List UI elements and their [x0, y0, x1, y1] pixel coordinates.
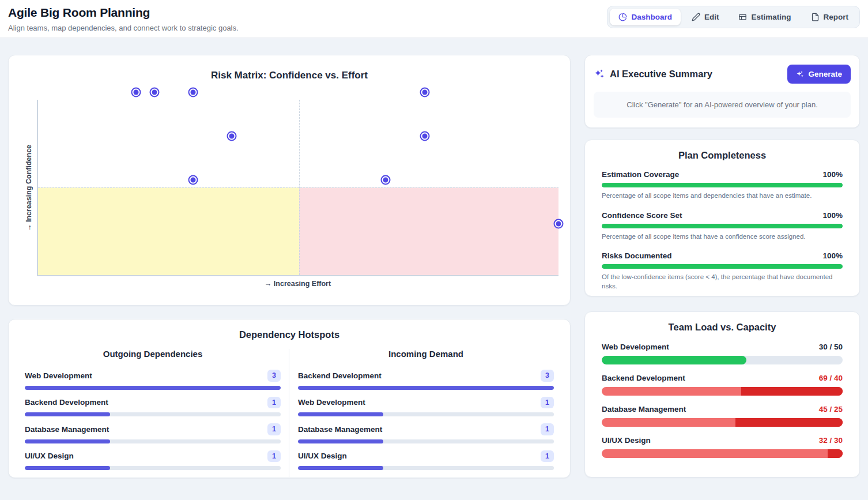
- sparkles-icon: [796, 70, 804, 78]
- dependency-count-badge: 1: [267, 397, 281, 409]
- outgoing-dependencies-title: Outgoing Dependencies: [25, 349, 281, 359]
- tab-report[interactable]: Report: [802, 9, 858, 25]
- dependency-bar-track: [298, 466, 554, 470]
- team-bar-track: [602, 449, 843, 458]
- dependency-row: Backend Development 1: [25, 397, 281, 417]
- sparkles-icon: [594, 69, 605, 80]
- risk-point[interactable]: [188, 88, 198, 97]
- team-load-value: 30 / 50: [819, 343, 843, 351]
- tab-label: Dashboard: [631, 13, 672, 21]
- dependency-columns: Outgoing Dependencies Web Development 3 …: [25, 349, 554, 477]
- tab-estimating[interactable]: Estimating: [730, 9, 799, 25]
- risk-point[interactable]: [188, 175, 198, 185]
- team-over-capacity-segment: [828, 449, 843, 458]
- risk-matrix-plot: [37, 100, 558, 276]
- pie-chart-icon: [618, 13, 627, 21]
- effort-threshold-line: [299, 100, 300, 275]
- metric-description: Of the low-confidence items (score < 4),…: [602, 273, 843, 291]
- team-load-row: Database Management 45 / 25: [602, 405, 843, 427]
- tab-label: Report: [824, 13, 849, 21]
- metric-label: Estimation Coverage: [602, 170, 679, 179]
- risk-point[interactable]: [420, 131, 429, 141]
- quadrant-low-effort-low-confidence: [38, 187, 299, 275]
- dependency-count-badge: 1: [541, 450, 554, 463]
- metric-bar-fill: [602, 264, 843, 269]
- dependency-row: Backend Development 3: [298, 370, 554, 390]
- left-column: Risk Matrix: Confidence vs. Effort → Inc…: [8, 55, 571, 478]
- metric-description: Percentage of all scope items that have …: [602, 232, 843, 242]
- dependency-bar-fill: [298, 466, 383, 470]
- page-header: Agile Big Room Planning Align teams, map…: [0, 0, 868, 38]
- x-axis-label: → Increasing Effort: [37, 280, 558, 288]
- dependency-bar-fill: [298, 412, 383, 416]
- team-label: Web Development: [298, 398, 365, 407]
- dependency-count-badge: 3: [541, 370, 554, 382]
- quadrant-high-effort-low-confidence: [299, 187, 558, 275]
- dependency-bar-fill: [298, 386, 554, 390]
- dependency-bar-track: [298, 386, 554, 390]
- completeness-metric: Estimation Coverage 100% Percentage of a…: [602, 170, 843, 201]
- team-label: Web Development: [602, 343, 669, 351]
- team-over-capacity-segment: [741, 387, 843, 396]
- incoming-demand-column: Incoming Demand Backend Development 3 We…: [289, 349, 554, 477]
- team-bar-track: [602, 356, 843, 364]
- team-label: UI/UX Design: [25, 452, 74, 460]
- dependency-row: UI/UX Design 1: [25, 450, 281, 471]
- dependency-bar-fill: [25, 466, 110, 470]
- team-load-value: 45 / 25: [819, 405, 843, 413]
- completeness-metric: Risks Documented 100% Of the low-confide…: [602, 251, 843, 291]
- team-over-capacity-segment: [735, 418, 843, 427]
- team-bar-track: [602, 387, 843, 396]
- tab-label: Estimating: [751, 13, 791, 21]
- generate-button[interactable]: Generate: [787, 65, 851, 84]
- team-label: UI/UX Design: [298, 452, 347, 460]
- metric-description: Percentage of all scope items and depend…: [602, 191, 843, 201]
- table-icon: [738, 13, 747, 21]
- tab-dashboard[interactable]: Dashboard: [610, 9, 681, 25]
- team-load-list: Web Development 30 / 50 Backend Developm…: [602, 343, 843, 458]
- risk-point[interactable]: [420, 88, 429, 97]
- team-label: Backend Development: [25, 398, 108, 407]
- risk-point[interactable]: [150, 88, 160, 97]
- risk-point[interactable]: [227, 131, 236, 141]
- risk-point[interactable]: [554, 219, 564, 228]
- metric-bar-track: [602, 224, 843, 228]
- completeness-metric: Confidence Score Set 100% Percentage of …: [602, 211, 843, 242]
- outgoing-list: Web Development 3 Backend Development 1 …: [25, 370, 281, 470]
- metric-value: 100%: [822, 170, 843, 179]
- team-label: Database Management: [602, 405, 686, 413]
- plan-metrics-list: Estimation Coverage 100% Percentage of a…: [602, 170, 843, 291]
- metric-value: 100%: [822, 251, 843, 260]
- team-load-row: Backend Development 69 / 40: [602, 374, 843, 396]
- team-load-card: Team Load vs. Capacity Web Development 3…: [584, 311, 860, 478]
- confidence-threshold-line: [38, 187, 558, 188]
- risk-point[interactable]: [381, 175, 391, 185]
- dependency-count-badge: 1: [541, 397, 554, 409]
- team-load-value: 32 / 30: [819, 436, 843, 445]
- risk-point[interactable]: [131, 88, 141, 97]
- dependency-count-badge: 1: [267, 450, 281, 463]
- team-label: Database Management: [25, 425, 109, 434]
- team-label: Backend Development: [298, 371, 382, 380]
- dependency-bar-track: [298, 439, 554, 443]
- dependency-hotspots-card: Dependency Hotspots Outgoing Dependencie…: [8, 319, 571, 478]
- dashboard-main: Risk Matrix: Confidence vs. Effort → Inc…: [0, 38, 868, 495]
- dependency-row: UI/UX Design 1: [298, 450, 554, 471]
- view-tabs: Dashboard Edit Estimating Report: [607, 6, 860, 28]
- dependency-bar-track: [25, 466, 281, 470]
- outgoing-dependencies-column: Outgoing Dependencies Web Development 3 …: [25, 349, 289, 477]
- dependency-bar-fill: [25, 386, 281, 390]
- metric-bar-fill: [602, 224, 843, 228]
- tab-edit[interactable]: Edit: [683, 9, 728, 25]
- plan-completeness-title: Plan Completeness: [602, 150, 843, 161]
- dependency-count-badge: 1: [267, 423, 281, 435]
- dependency-count-badge: 3: [267, 370, 281, 382]
- metric-bar-fill: [602, 183, 843, 187]
- ai-summary-card: AI Executive Summary Generate Click "Gen…: [584, 55, 860, 128]
- team-label: Database Management: [298, 425, 382, 434]
- dependency-bar-fill: [25, 412, 110, 416]
- metric-bar-track: [602, 264, 843, 269]
- page-subtitle: Align teams, map dependencies, and conne…: [8, 24, 239, 32]
- team-load-value: 69 / 40: [819, 374, 843, 382]
- ai-summary-title: AI Executive Summary: [610, 69, 712, 80]
